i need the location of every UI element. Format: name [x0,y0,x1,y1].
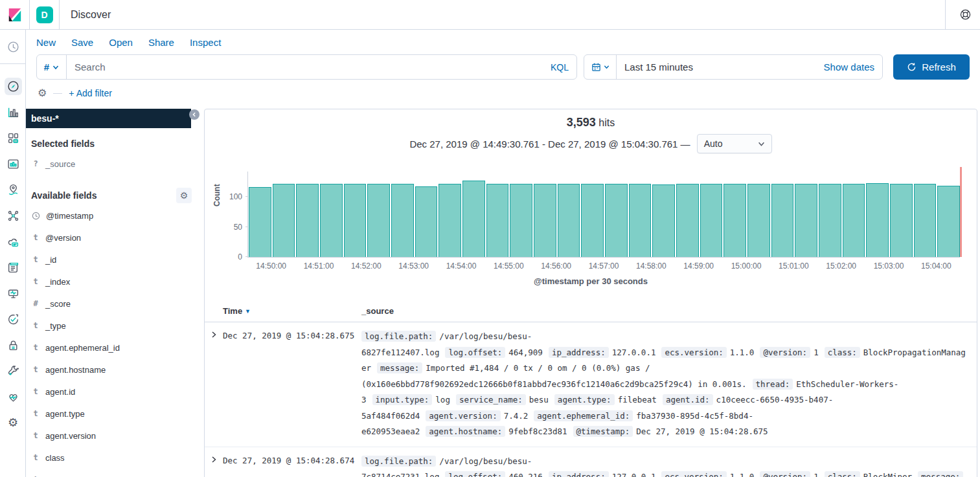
quick-select-time-button[interactable] [584,55,617,79]
calendar-icon [591,62,601,72]
rail-management[interactable]: ⚙ [0,410,26,436]
filter-options-gear-icon[interactable]: ⚙ [38,88,47,98]
search-input[interactable] [67,55,543,79]
histogram-bar[interactable] [510,184,532,257]
field-item-agent-type[interactable]: tagent.type [26,403,197,425]
field-name: agent.id [45,387,75,397]
histogram-chart[interactable]: Count 050100 14:50:0014:51:0014:52:0014:… [214,166,968,296]
nav-save[interactable]: Save [71,37,93,48]
histogram-bar[interactable] [700,184,723,257]
histogram-bar[interactable] [843,184,865,257]
field-item-agent-hostname[interactable]: tagent.hostname [26,359,197,381]
histogram-bar[interactable] [652,184,675,257]
field-item--id[interactable]: t_id [26,249,197,271]
field-item-agent-ephemeral-id[interactable]: tagent.ephemeral_id [26,337,197,359]
histogram-bar[interactable] [462,181,485,257]
histogram-bar[interactable] [676,184,699,257]
histogram-bar[interactable] [724,184,746,257]
heartbeat-monitoring-icon [7,391,19,403]
rail-apm[interactable] [0,280,26,306]
histogram-bar[interactable] [415,186,438,257]
histogram-bar[interactable] [771,184,794,257]
field-settings-button[interactable]: ⚙ [176,188,192,203]
refresh-button[interactable]: Refresh [893,54,970,80]
field-chip: class: [825,347,860,358]
histogram-bar[interactable] [249,187,271,257]
rail-siem[interactable] [0,332,26,358]
rail-stack-monitoring[interactable] [0,384,26,410]
histogram-bar[interactable] [486,184,509,257]
histogram-bar[interactable] [747,184,770,257]
nav-open[interactable]: Open [109,37,133,48]
help-menu-button[interactable] [945,0,980,30]
rail-uptime[interactable] [0,306,26,332]
lock-siem-icon [7,339,19,351]
rail-visualize[interactable] [0,99,26,125]
rail-recently-viewed[interactable] [0,30,26,63]
rail-infrastructure[interactable] [0,228,26,254]
histogram-bar[interactable] [367,184,390,257]
time-column-header[interactable]: Time ▼ [223,306,361,316]
kibana-logo[interactable] [0,0,30,30]
histogram-bar[interactable] [581,184,604,257]
field-item--type[interactable]: t_type [26,315,197,337]
histogram-bar[interactable] [914,184,937,257]
histogram-bar[interactable] [391,184,414,257]
rail-discover[interactable] [0,73,26,99]
index-pattern-selector[interactable]: besu-* [26,109,191,128]
table-header: Time ▼ _source [205,304,977,322]
nav-new[interactable]: New [36,37,56,48]
kql-language-button[interactable]: KQL [543,55,576,79]
y-tick-label: 50 [234,223,242,232]
histogram-bar[interactable] [819,184,841,257]
field-chip: log.file.path: [361,331,436,342]
expand-row-button[interactable] [205,329,223,440]
index-pattern-filter-button[interactable]: # [37,55,67,79]
rail-machine-learning[interactable] [0,203,26,228]
add-filter-button[interactable]: + Add filter [69,88,112,98]
app-navigation-rail: ⚙ [0,30,26,477]
histogram-bar[interactable] [890,184,913,257]
rail-dashboard[interactable] [0,125,26,151]
time-range-value[interactable]: Last 15 minutes [617,55,816,79]
show-dates-button[interactable]: Show dates [816,55,882,79]
rail-maps[interactable] [0,177,26,203]
collapse-sidebar-button[interactable] [189,109,199,120]
field-item-agent-version[interactable]: tagent.version [26,425,197,447]
histogram-bar[interactable] [296,184,319,257]
rail-canvas[interactable] [0,151,26,177]
cloud-infrastructure-icon [7,236,19,248]
histogram-bar[interactable] [558,184,580,257]
histogram-bar[interactable] [273,184,295,257]
nav-share[interactable]: Share [148,37,174,48]
field-item-class[interactable]: tclass [26,447,197,469]
histogram-plot-area[interactable]: 050100 [247,172,960,258]
histogram-bar[interactable] [866,183,889,257]
histogram-bar[interactable] [534,184,556,257]
field-item--index[interactable]: t_index [26,271,197,293]
histogram-bar[interactable] [605,184,628,257]
field-item--score[interactable]: #_score [26,293,197,315]
rail-logs[interactable] [0,254,26,280]
field-item--timestamp[interactable]: @timestamp [26,205,197,227]
interval-select[interactable]: Auto [697,134,772,153]
histogram-bar[interactable] [629,184,652,257]
time-range-text: Dec 27, 2019 @ 14:49:30.761 - Dec 27, 20… [409,139,690,150]
bar-chart-visualize-icon [7,106,19,118]
discover-app-badge[interactable]: D [36,6,53,23]
histogram-bar[interactable] [795,184,817,257]
histogram-bar[interactable] [344,184,367,257]
histogram-bar[interactable] [320,184,343,257]
field-item--source[interactable]: ?_source [26,153,197,175]
histogram-bar[interactable] [937,186,960,257]
expand-row-button[interactable] [205,454,223,477]
field-item-container[interactable]: tcontainer [26,469,197,477]
field-item--version[interactable]: t@version [26,227,197,249]
field-item-agent-id[interactable]: tagent.id [26,381,197,403]
field-name: _source [45,159,75,169]
app-badge-box: D [30,0,60,30]
field-name: _index [45,277,70,287]
histogram-bar[interactable] [439,184,461,257]
rail-dev-tools[interactable] [0,358,26,384]
nav-inspect[interactable]: Inspect [190,37,221,48]
